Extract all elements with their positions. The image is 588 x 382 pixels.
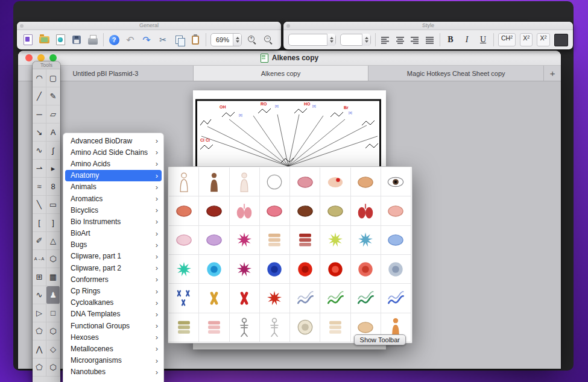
cyclohexane-tool[interactable]: ⬡: [46, 359, 60, 377]
clipart-human-body-outline[interactable]: [169, 168, 199, 196]
size-stepper[interactable]: [362, 34, 370, 46]
save-button[interactable]: [71, 34, 83, 46]
clipart-neuron-yellow[interactable]: [320, 226, 350, 255]
clipart-cell-cyan[interactable]: [199, 255, 229, 284]
bold-button[interactable]: B: [444, 34, 457, 46]
new-tab-button[interactable]: +: [544, 66, 561, 81]
font-select[interactable]: [288, 34, 336, 46]
menu-item-clipware-part-2[interactable]: Clipware, part 2›: [65, 262, 162, 274]
clipart-liver[interactable]: [290, 196, 320, 225]
menu-item-bioart[interactable]: BioArt›: [65, 228, 162, 239]
curve-tool[interactable]: ∿: [33, 142, 46, 160]
rectangle-tool[interactable]: ▭: [46, 196, 60, 214]
italic-button[interactable]: I: [461, 34, 473, 46]
square-tool[interactable]: □: [46, 304, 60, 322]
bracket-close-tool[interactable]: ]: [46, 214, 60, 232]
clipart-human-body-faint[interactable]: [230, 168, 260, 196]
menu-item-nanotubes[interactable]: Nanotubes›: [65, 366, 162, 378]
menu-item-clipware-part-1[interactable]: Clipware, part 1›: [65, 251, 162, 262]
clipart-molecule-green[interactable]: [320, 284, 350, 313]
clipart-brain[interactable]: [290, 168, 320, 196]
clipart-red-blood-cell[interactable]: [320, 255, 350, 284]
subscript-button[interactable]: X2: [520, 33, 533, 46]
clipart-skeleton-faint[interactable]: [260, 313, 290, 342]
zoom-select[interactable]: 69%: [210, 33, 242, 46]
clipart-skin-layers[interactable]: [260, 226, 290, 255]
menu-item-cycloalkanes[interactable]: Cycloalkanes›: [65, 297, 162, 308]
underline-button[interactable]: U: [477, 34, 489, 46]
clipart-hand-bones[interactable]: [320, 313, 350, 342]
table-tool[interactable]: ⊞: [33, 268, 46, 286]
menu-item-microorganisms[interactable]: Microorganisms›: [65, 355, 162, 366]
formula-button[interactable]: CH2: [498, 33, 516, 46]
menu-item-cp-rings[interactable]: Cp Rings›: [65, 285, 162, 296]
menu-item-anatomy[interactable]: Anatomy›: [65, 170, 162, 181]
hexagon-tool[interactable]: ⬡: [46, 322, 60, 340]
benzene-tool[interactable]: ⬡: [46, 250, 60, 268]
chain-tool[interactable]: ʃ: [46, 142, 60, 160]
clipart-human-body[interactable]: [199, 168, 229, 196]
window-titlebar[interactable]: Alkenes copy: [18, 51, 561, 66]
clipart-neuron-green[interactable]: [169, 255, 199, 284]
equilibrium-arrow-tool[interactable]: ⇀: [33, 160, 46, 178]
pentagon-tool[interactable]: ⬠: [33, 322, 46, 340]
zoom-window-button[interactable]: [49, 54, 57, 61]
style-toolbar-titlebar[interactable]: Style: [283, 22, 573, 30]
minimize-window-button[interactable]: [37, 54, 45, 61]
menu-item-amino-acids[interactable]: Amino Acids›: [65, 158, 162, 169]
clipart-head-profile[interactable]: [260, 168, 290, 196]
tools-palette-title[interactable]: Tools: [33, 61, 60, 69]
menu-item-metallocenes[interactable]: Metallocenes›: [65, 343, 162, 354]
clipart-spiky-cell[interactable]: [230, 226, 260, 255]
clipart-skeleton[interactable]: [230, 313, 260, 342]
general-toolbar-titlebar[interactable]: General: [17, 22, 281, 30]
menu-item-hexoses[interactable]: Hexoses›: [65, 331, 162, 343]
align-justify-button[interactable]: [425, 34, 435, 46]
web-document-button[interactable]: [54, 34, 66, 46]
clipart-heart[interactable]: [260, 196, 290, 225]
clipart-intestines[interactable]: [169, 196, 199, 225]
open-button[interactable]: [38, 34, 50, 46]
clipart-spine[interactable]: [169, 313, 199, 342]
cyclopentane-tool[interactable]: ⬠: [33, 359, 46, 377]
menu-item-conformers[interactable]: Conformers›: [65, 274, 162, 285]
bold-bond-tool[interactable]: ╲: [33, 196, 46, 214]
print-button[interactable]: [87, 34, 99, 46]
size-select[interactable]: [340, 34, 371, 46]
font-stepper[interactable]: [327, 34, 335, 46]
menu-item-advanced-biodraw[interactable]: Advanced BioDraw›: [65, 135, 162, 146]
clipart-vertebrae[interactable]: [199, 313, 229, 342]
menu-item-aromatics[interactable]: Aromatics›: [65, 193, 162, 204]
clipart-ear-canal[interactable]: [381, 196, 411, 225]
pen-tool[interactable]: ✎: [46, 87, 60, 105]
diamond-tool[interactable]: ◇: [46, 340, 60, 359]
clipart-eye[interactable]: [381, 168, 411, 196]
bracket-tool[interactable]: [: [33, 214, 46, 232]
bond-tool[interactable]: ╱: [33, 87, 46, 105]
line-tool[interactable]: ─: [33, 105, 46, 124]
clipart-muscle-tissue[interactable]: [290, 226, 320, 255]
zoom-in-button[interactable]: +: [246, 34, 258, 46]
pencil-tool[interactable]: ✐: [33, 232, 46, 250]
triangle-tool[interactable]: △: [46, 232, 60, 250]
cut-button[interactable]: ✂: [157, 34, 169, 46]
tab-alkenes-copy[interactable]: Alkenes copy: [194, 66, 369, 81]
clipart-skull[interactable]: [290, 313, 320, 342]
marquee-tool[interactable]: ▢: [46, 69, 60, 87]
copy-button[interactable]: [173, 34, 185, 46]
clipart-cell-purple[interactable]: [199, 226, 229, 255]
undo-button[interactable]: ↶: [124, 34, 136, 46]
lasso-tool[interactable]: ◠: [33, 69, 46, 87]
orbital-tool[interactable]: 8: [46, 178, 60, 196]
close-window-button[interactable]: [25, 54, 33, 61]
clipart-polysaccharide[interactable]: [351, 284, 381, 313]
close-icon[interactable]: [286, 24, 290, 28]
clipart-dna-blue[interactable]: [381, 284, 411, 313]
close-icon[interactable]: [20, 24, 24, 28]
zoom-out-button[interactable]: −: [262, 34, 274, 46]
menu-item-dna-templates[interactable]: DNA Templates›: [65, 308, 162, 320]
tab-magic-hotkeys-cheat-sheet-copy[interactable]: Magic Hotkeys Cheat Sheet copy: [368, 66, 544, 81]
clipart-tool[interactable]: ♟: [46, 286, 60, 304]
clipart-chromosome-yellow[interactable]: [199, 284, 229, 313]
clipart-cell-membrane[interactable]: [169, 226, 199, 255]
